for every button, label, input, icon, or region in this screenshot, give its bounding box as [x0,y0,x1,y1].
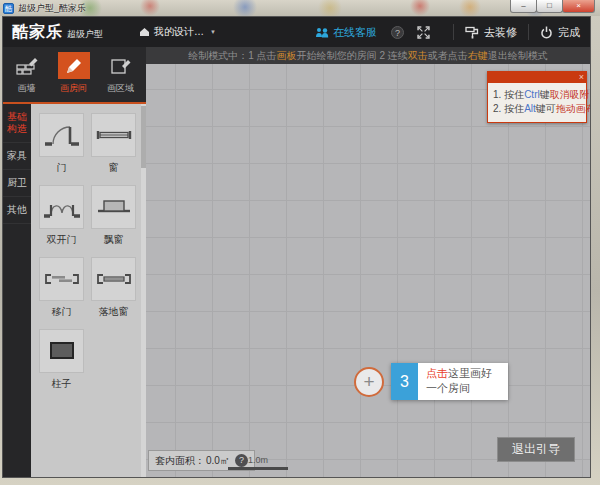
finish-button[interactable]: 完成 [540,25,580,40]
pillar-icon [42,336,82,366]
hint-highlight-doubleclick: 双击 [408,50,428,61]
double-door-icon [42,192,82,222]
region-pencil-icon [109,55,133,77]
floor-window-icon [94,264,134,294]
hint-step2-mid: 或者点击 [428,50,468,61]
paint-roller-icon [465,26,479,39]
toolbar-separator [453,24,454,40]
window-controls: – □ × [511,0,595,13]
tool-label: 画区域 [107,82,134,95]
guide-step-number: 3 [391,363,418,400]
area-label: 套内面积： [155,454,205,468]
os-titlebar[interactable]: 酷 超级户型_酷家乐 – □ × [0,0,600,16]
tool-label: 画房间 [60,82,87,95]
minimize-button[interactable]: – [510,0,537,13]
my-design-menu[interactable]: 我的设计… ▼ [139,25,216,39]
component-label: 飘窗 [104,233,124,245]
draw-tools: 画墙 画房间 [3,47,146,104]
component-door[interactable]: 门 [39,113,84,180]
wall-pencil-icon [15,55,39,77]
shortcut-notification: × 1. 按住Ctrl键取消吸附 2. 按住Alt键可拖动画布 [487,71,587,123]
door-icon [42,120,82,150]
tab-kitchen-bath[interactable]: 厨卫 [3,170,31,197]
toolbar-separator [528,24,529,40]
fullscreen-button[interactable] [417,26,430,39]
tab-furniture[interactable]: 家具 [3,143,31,170]
maximize-button[interactable]: □ [536,0,563,13]
go-decorate-label: 去装修 [484,25,517,40]
top-toolbar: 酷家乐 超级户型 我的设计… ▼ 在线客服 ? [3,17,590,47]
map-scale: 1.0m [228,455,288,470]
hint-highlight-board: 画板 [277,50,297,61]
component-bay-window[interactable]: 飘窗 [91,185,136,252]
notification-body: 1. 按住Ctrl键取消吸附 2. 按住Alt键可拖动画布 [487,83,587,123]
hint-step2: 2 连续 [377,50,408,61]
tool-draw-room[interactable]: 画房间 [50,52,97,102]
component-sliding-door[interactable]: 移门 [39,257,84,324]
sliding-door-icon [42,264,82,294]
notification-header: × [487,71,587,83]
room-pencil-icon [63,56,85,76]
expand-icon [417,26,430,39]
go-decorate-button[interactable]: 去装修 [465,25,517,40]
area-value: 0.0㎡ [206,454,230,468]
exit-guide-button[interactable]: 退出引导 [497,437,575,462]
scale-bar [228,467,288,470]
notification-line: 1. 按住Ctrl键取消吸附 [493,88,583,102]
bay-window-icon [94,192,134,222]
hint-prefix: 绘制模式中： [188,50,248,61]
sidebar: 基础构造 家具 厨卫 其他 [3,104,146,477]
notification-close-icon[interactable]: × [579,71,584,83]
online-service-button[interactable]: 在线客服 [315,25,377,40]
online-service-label: 在线客服 [333,25,377,40]
home-icon [139,27,150,37]
component-label: 双开门 [47,233,77,245]
component-label: 门 [57,161,67,173]
app-logo-icon: 酷 [3,3,14,14]
component-label: 移门 [52,305,72,317]
drawing-canvas[interactable]: × 1. 按住Ctrl键取消吸附 2. 按住Alt键可拖动画布 + 3 点击这里… [146,64,590,477]
window-title: 超级户型_酷家乐 [18,2,86,15]
tab-other[interactable]: 其他 [3,197,31,224]
brand-subtitle: 超级户型 [67,28,103,41]
tool-draw-region[interactable]: 画区域 [97,52,144,102]
my-design-label: 我的设计… [154,25,204,39]
tool-draw-wall[interactable]: 画墙 [3,52,50,102]
hint-step2-post: 退出绘制模式 [488,50,548,61]
guide-tip-highlight: 点击 [426,367,448,379]
hint-step1-post: 开始绘制您的房间 [297,50,377,61]
tool-label: 画墙 [18,82,36,95]
hint-step1: 1 点击 [248,50,276,61]
component-double-door[interactable]: 双开门 [39,185,84,252]
app-frame: 酷家乐 超级户型 我的设计… ▼ 在线客服 ? [2,16,591,478]
help-button[interactable]: ? [391,26,404,39]
component-label: 落地窗 [99,305,129,317]
scale-label: 1.0m [228,455,288,465]
canvas-area: 绘制模式中：1 点击画板开始绘制您的房间 2 连续双击或者点击右键退出绘制模式 … [146,47,590,477]
people-icon [315,27,329,38]
guide-step-tooltip: 3 点击这里画好一个房间 [391,363,508,400]
component-floor-window[interactable]: 落地窗 [91,257,136,324]
guide-tip-text: 点击这里画好一个房间 [418,363,508,400]
drawing-mode-hint: 绘制模式中：1 点击画板开始绘制您的房间 2 连续双击或者点击右键退出绘制模式 [146,47,590,64]
power-icon [540,26,553,39]
component-library: 门 窗 [31,104,146,477]
component-label: 柱子 [52,377,72,389]
component-label: 窗 [109,161,119,173]
chevron-down-icon: ▼ [210,29,216,35]
close-button[interactable]: × [562,0,595,13]
component-pillar[interactable]: 柱子 [39,329,84,396]
hint-highlight-rightclick: 右键 [468,50,488,61]
finish-label: 完成 [558,25,580,40]
application-window: 酷 超级户型_酷家乐 – □ × 酷家乐 超级户型 我的设计… ▼ [0,0,600,485]
brand-logo: 酷家乐 [12,22,63,43]
notification-line: 2. 按住Alt键可拖动画布 [493,102,583,116]
window-icon [94,120,134,150]
main-area: 画墙 画房间 [3,47,590,477]
left-panel: 画墙 画房间 [3,47,146,477]
toolbar-right: 在线客服 ? 去装修 [315,24,580,40]
add-room-button[interactable]: + [354,367,384,397]
category-tabs: 基础构造 家具 厨卫 其他 [3,104,31,477]
component-window[interactable]: 窗 [91,113,136,180]
tab-basic-structure[interactable]: 基础构造 [3,104,31,143]
